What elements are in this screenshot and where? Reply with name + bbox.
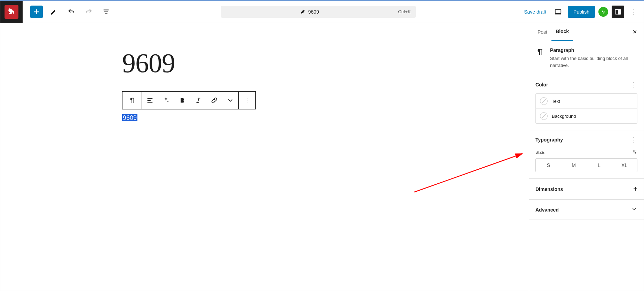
size-buttons: S M L XL: [535, 158, 637, 172]
link-button[interactable]: [206, 92, 222, 109]
tab-post[interactable]: Post: [533, 23, 551, 41]
color-panel: Color Text Background: [529, 75, 644, 130]
more-options-button[interactable]: [628, 6, 640, 18]
background-color-swatch-icon: [540, 112, 548, 120]
jetpack-icon[interactable]: [598, 7, 608, 17]
text-color-swatch-icon: [540, 97, 548, 105]
color-options-menu[interactable]: [630, 82, 637, 88]
top-bar: 9609 Ctrl+K Save draft Publish: [0, 1, 644, 23]
tab-block[interactable]: Block: [551, 23, 573, 41]
block-type-paragraph-icon[interactable]: [122, 92, 142, 109]
bold-button[interactable]: [174, 92, 190, 109]
block-more-options[interactable]: [239, 92, 255, 109]
redo-button[interactable]: [82, 6, 95, 18]
color-text-row[interactable]: Text: [536, 94, 637, 109]
editor-canvas[interactable]: 9609: [0, 23, 529, 291]
dimensions-panel[interactable]: Dimensions: [529, 179, 644, 200]
size-m[interactable]: M: [561, 159, 587, 172]
typography-panel: Typography SIZE S M L XL: [529, 130, 644, 179]
annotation-arrow: [411, 150, 529, 196]
chevron-down-icon[interactable]: [631, 206, 637, 213]
svg-rect-0: [555, 9, 561, 13]
svg-rect-2: [619, 9, 621, 14]
typography-options-menu[interactable]: [630, 137, 637, 143]
italic-button[interactable]: [190, 92, 206, 109]
svg-line-3: [414, 154, 522, 192]
color-background-row[interactable]: Background: [536, 109, 637, 123]
settings-sidebar: Post Block Paragraph Start with the basi…: [529, 23, 644, 291]
preview-icon[interactable]: [552, 6, 564, 18]
more-format-dropdown[interactable]: [222, 92, 238, 109]
document-title-bar[interactable]: 9609 Ctrl+K: [221, 6, 416, 18]
dimensions-heading: Dimensions: [535, 186, 563, 192]
block-description: Start with the basic building block of a…: [550, 55, 637, 69]
post-title[interactable]: 9609: [122, 47, 393, 79]
svg-point-4: [634, 151, 635, 152]
add-dimension-icon[interactable]: [633, 185, 637, 193]
selected-paragraph-text[interactable]: 9609: [122, 114, 137, 121]
add-block-button[interactable]: [30, 6, 43, 18]
color-background-label: Background: [552, 114, 576, 119]
size-l[interactable]: L: [587, 159, 612, 172]
feather-icon: [300, 9, 305, 15]
tools-icon[interactable]: [48, 6, 60, 18]
block-info-panel: Paragraph Start with the basic building …: [529, 41, 644, 75]
ai-assist-icon[interactable]: [158, 92, 174, 109]
color-text-label: Text: [552, 99, 560, 104]
paragraph-block[interactable]: 9609: [122, 114, 393, 122]
advanced-panel[interactable]: Advanced: [529, 200, 644, 220]
size-s[interactable]: S: [536, 159, 561, 172]
document-overview-button[interactable]: [100, 6, 112, 18]
svg-point-5: [635, 152, 636, 153]
publish-button[interactable]: Publish: [568, 6, 595, 18]
command-hotkey: Ctrl+K: [398, 9, 411, 14]
settings-panel-toggle[interactable]: [612, 6, 624, 18]
sidebar-tabs: Post Block: [529, 23, 644, 41]
block-toolbar: [122, 91, 256, 109]
site-logo[interactable]: [0, 1, 23, 23]
color-heading: Color: [535, 82, 548, 87]
typography-heading: Typography: [535, 137, 563, 143]
document-title: 9609: [308, 9, 319, 15]
paragraph-icon: [535, 47, 544, 56]
align-button[interactable]: [142, 92, 158, 109]
undo-button[interactable]: [65, 6, 78, 18]
save-draft-button[interactable]: Save draft: [524, 9, 546, 15]
advanced-heading: Advanced: [535, 207, 559, 213]
size-xl[interactable]: XL: [612, 159, 637, 172]
close-sidebar-button[interactable]: [630, 27, 639, 37]
block-name: Paragraph: [550, 47, 637, 53]
size-settings-icon[interactable]: [632, 149, 637, 155]
size-label: SIZE: [535, 150, 544, 154]
